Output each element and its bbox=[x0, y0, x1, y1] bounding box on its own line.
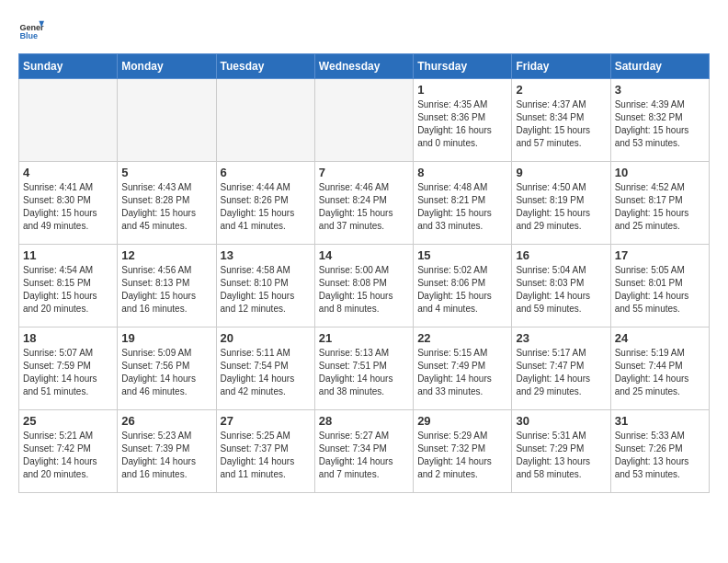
calendar-cell: 27Sunrise: 5:25 AM Sunset: 7:37 PM Dayli… bbox=[216, 410, 314, 493]
logo: General Blue bbox=[18, 18, 48, 44]
calendar-cell: 26Sunrise: 5:23 AM Sunset: 7:39 PM Dayli… bbox=[118, 410, 216, 493]
day-detail: Sunrise: 4:56 AM Sunset: 8:13 PM Dayligh… bbox=[121, 264, 211, 316]
calendar-cell: 31Sunrise: 5:33 AM Sunset: 7:26 PM Dayli… bbox=[610, 410, 709, 493]
calendar-cell: 29Sunrise: 5:29 AM Sunset: 7:32 PM Dayli… bbox=[414, 410, 512, 493]
calendar-cell: 4Sunrise: 4:41 AM Sunset: 8:30 PM Daylig… bbox=[19, 162, 118, 245]
calendar-cell bbox=[314, 79, 413, 162]
day-detail: Sunrise: 4:39 AM Sunset: 8:32 PM Dayligh… bbox=[615, 98, 705, 150]
calendar-cell: 5Sunrise: 4:43 AM Sunset: 8:28 PM Daylig… bbox=[118, 162, 216, 245]
day-detail: Sunrise: 5:23 AM Sunset: 7:39 PM Dayligh… bbox=[121, 430, 211, 481]
day-number: 10 bbox=[615, 166, 705, 179]
day-number: 8 bbox=[417, 166, 507, 179]
day-number: 1 bbox=[417, 83, 507, 97]
calendar-cell: 12Sunrise: 4:56 AM Sunset: 8:13 PM Dayli… bbox=[118, 245, 216, 327]
calendar-week-row: 1Sunrise: 4:35 AM Sunset: 8:36 PM Daylig… bbox=[19, 79, 710, 162]
col-header-tuesday: Tuesday bbox=[216, 54, 314, 79]
day-detail: Sunrise: 5:25 AM Sunset: 7:37 PM Dayligh… bbox=[221, 430, 311, 481]
col-header-wednesday: Wednesday bbox=[314, 54, 413, 79]
calendar-cell bbox=[19, 79, 118, 162]
day-number: 2 bbox=[516, 83, 606, 97]
day-detail: Sunrise: 5:17 AM Sunset: 7:47 PM Dayligh… bbox=[516, 347, 606, 398]
col-header-thursday: Thursday bbox=[414, 54, 512, 79]
day-detail: Sunrise: 5:02 AM Sunset: 8:06 PM Dayligh… bbox=[417, 264, 507, 316]
calendar-cell bbox=[216, 79, 314, 162]
calendar-cell: 28Sunrise: 5:27 AM Sunset: 7:34 PM Dayli… bbox=[314, 410, 413, 493]
svg-text:Blue: Blue bbox=[19, 31, 38, 40]
day-number: 4 bbox=[23, 166, 113, 179]
calendar-cell: 10Sunrise: 4:52 AM Sunset: 8:17 PM Dayli… bbox=[610, 162, 709, 245]
calendar-week-row: 4Sunrise: 4:41 AM Sunset: 8:30 PM Daylig… bbox=[19, 162, 710, 245]
day-number: 22 bbox=[417, 331, 507, 345]
day-number: 30 bbox=[516, 414, 606, 428]
calendar-cell: 20Sunrise: 5:11 AM Sunset: 7:54 PM Dayli… bbox=[216, 327, 314, 410]
day-detail: Sunrise: 5:07 AM Sunset: 7:59 PM Dayligh… bbox=[23, 347, 113, 398]
day-detail: Sunrise: 5:19 AM Sunset: 7:44 PM Dayligh… bbox=[615, 347, 705, 398]
day-number: 12 bbox=[121, 248, 211, 262]
day-detail: Sunrise: 5:00 AM Sunset: 8:08 PM Dayligh… bbox=[319, 264, 409, 316]
calendar-cell: 9Sunrise: 4:50 AM Sunset: 8:19 PM Daylig… bbox=[512, 162, 610, 245]
day-number: 25 bbox=[23, 414, 113, 428]
calendar-cell: 24Sunrise: 5:19 AM Sunset: 7:44 PM Dayli… bbox=[610, 327, 709, 410]
day-number: 16 bbox=[516, 248, 606, 262]
calendar-cell: 2Sunrise: 4:37 AM Sunset: 8:34 PM Daylig… bbox=[512, 79, 610, 162]
day-detail: Sunrise: 5:09 AM Sunset: 7:56 PM Dayligh… bbox=[121, 347, 211, 398]
day-detail: Sunrise: 5:13 AM Sunset: 7:51 PM Dayligh… bbox=[319, 347, 409, 398]
day-detail: Sunrise: 5:11 AM Sunset: 7:54 PM Dayligh… bbox=[221, 347, 311, 398]
day-number: 19 bbox=[121, 331, 211, 345]
day-detail: Sunrise: 5:05 AM Sunset: 8:01 PM Dayligh… bbox=[615, 264, 705, 316]
day-detail: Sunrise: 4:35 AM Sunset: 8:36 PM Dayligh… bbox=[417, 98, 507, 150]
col-header-monday: Monday bbox=[118, 54, 216, 79]
calendar-cell: 3Sunrise: 4:39 AM Sunset: 8:32 PM Daylig… bbox=[610, 79, 709, 162]
day-detail: Sunrise: 5:15 AM Sunset: 7:49 PM Dayligh… bbox=[417, 347, 507, 398]
col-header-saturday: Saturday bbox=[610, 54, 709, 79]
calendar-cell: 17Sunrise: 5:05 AM Sunset: 8:01 PM Dayli… bbox=[610, 245, 709, 327]
logo-icon: General Blue bbox=[18, 18, 44, 44]
col-header-friday: Friday bbox=[512, 54, 610, 79]
calendar-cell: 13Sunrise: 4:58 AM Sunset: 8:10 PM Dayli… bbox=[216, 245, 314, 327]
calendar-cell: 6Sunrise: 4:44 AM Sunset: 8:26 PM Daylig… bbox=[216, 162, 314, 245]
calendar-header-row: SundayMondayTuesdayWednesdayThursdayFrid… bbox=[19, 54, 710, 79]
day-number: 17 bbox=[615, 248, 705, 262]
calendar-cell: 25Sunrise: 5:21 AM Sunset: 7:42 PM Dayli… bbox=[19, 410, 118, 493]
day-number: 31 bbox=[615, 414, 705, 428]
calendar-week-row: 25Sunrise: 5:21 AM Sunset: 7:42 PM Dayli… bbox=[19, 410, 710, 493]
page-header: General Blue bbox=[18, 18, 710, 44]
day-number: 20 bbox=[221, 331, 311, 345]
day-detail: Sunrise: 5:33 AM Sunset: 7:26 PM Dayligh… bbox=[615, 430, 705, 481]
day-number: 23 bbox=[516, 331, 606, 345]
day-detail: Sunrise: 5:04 AM Sunset: 8:03 PM Dayligh… bbox=[516, 264, 606, 316]
calendar-cell: 30Sunrise: 5:31 AM Sunset: 7:29 PM Dayli… bbox=[512, 410, 610, 493]
day-number: 28 bbox=[319, 414, 409, 428]
day-number: 6 bbox=[221, 166, 311, 179]
col-header-sunday: Sunday bbox=[19, 54, 118, 79]
calendar-cell: 19Sunrise: 5:09 AM Sunset: 7:56 PM Dayli… bbox=[118, 327, 216, 410]
day-detail: Sunrise: 4:37 AM Sunset: 8:34 PM Dayligh… bbox=[516, 98, 606, 150]
day-detail: Sunrise: 4:48 AM Sunset: 8:21 PM Dayligh… bbox=[417, 181, 507, 233]
day-detail: Sunrise: 4:54 AM Sunset: 8:15 PM Dayligh… bbox=[23, 264, 113, 316]
calendar-cell: 22Sunrise: 5:15 AM Sunset: 7:49 PM Dayli… bbox=[414, 327, 512, 410]
calendar-week-row: 18Sunrise: 5:07 AM Sunset: 7:59 PM Dayli… bbox=[19, 327, 710, 410]
day-detail: Sunrise: 4:52 AM Sunset: 8:17 PM Dayligh… bbox=[615, 181, 705, 233]
day-detail: Sunrise: 4:50 AM Sunset: 8:19 PM Dayligh… bbox=[516, 181, 606, 233]
day-detail: Sunrise: 4:41 AM Sunset: 8:30 PM Dayligh… bbox=[23, 181, 113, 233]
calendar-table: SundayMondayTuesdayWednesdayThursdayFrid… bbox=[18, 53, 710, 493]
day-number: 21 bbox=[319, 331, 409, 345]
day-number: 29 bbox=[417, 414, 507, 428]
day-detail: Sunrise: 5:29 AM Sunset: 7:32 PM Dayligh… bbox=[417, 430, 507, 481]
day-number: 27 bbox=[221, 414, 311, 428]
day-number: 11 bbox=[23, 248, 113, 262]
day-detail: Sunrise: 5:31 AM Sunset: 7:29 PM Dayligh… bbox=[516, 430, 606, 481]
day-detail: Sunrise: 4:46 AM Sunset: 8:24 PM Dayligh… bbox=[319, 181, 409, 233]
day-number: 9 bbox=[516, 166, 606, 179]
day-number: 7 bbox=[319, 166, 409, 179]
day-number: 13 bbox=[221, 248, 311, 262]
calendar-cell: 21Sunrise: 5:13 AM Sunset: 7:51 PM Dayli… bbox=[314, 327, 413, 410]
calendar-cell: 18Sunrise: 5:07 AM Sunset: 7:59 PM Dayli… bbox=[19, 327, 118, 410]
day-number: 15 bbox=[417, 248, 507, 262]
day-detail: Sunrise: 4:58 AM Sunset: 8:10 PM Dayligh… bbox=[221, 264, 311, 316]
calendar-week-row: 11Sunrise: 4:54 AM Sunset: 8:15 PM Dayli… bbox=[19, 245, 710, 327]
day-number: 14 bbox=[319, 248, 409, 262]
calendar-cell bbox=[118, 79, 216, 162]
day-detail: Sunrise: 5:27 AM Sunset: 7:34 PM Dayligh… bbox=[319, 430, 409, 481]
calendar-cell: 11Sunrise: 4:54 AM Sunset: 8:15 PM Dayli… bbox=[19, 245, 118, 327]
